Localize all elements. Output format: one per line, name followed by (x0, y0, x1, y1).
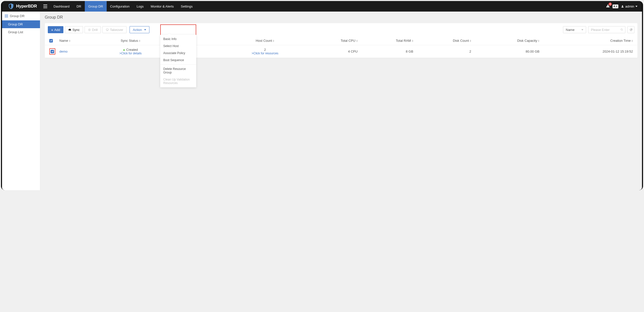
col-sync-status[interactable]: Sync Status (96, 36, 165, 45)
nav-logs[interactable]: Logs (133, 1, 147, 12)
highlight-checkbox (49, 48, 55, 55)
shield-logo-icon (8, 3, 14, 9)
brand-text: HyperBDR (16, 4, 37, 9)
checkbox-all[interactable] (49, 39, 53, 43)
plus-icon: + (51, 28, 53, 32)
col-total-cpu[interactable]: Total CPU (305, 36, 360, 45)
takeover-button: Takeover (102, 26, 127, 33)
action-cleanup: Clean Up Validation Resources (160, 76, 196, 87)
sidebar-header: Group DR (2, 12, 40, 20)
sort-icon (412, 40, 413, 42)
divider (160, 64, 196, 65)
search-icon (620, 28, 623, 31)
row-checkbox[interactable] (51, 50, 54, 53)
sort-icon (273, 40, 274, 42)
svg-point-10 (89, 29, 90, 30)
toolbar: +Add Sync Drill Takeover (45, 23, 637, 36)
sort-icon (470, 40, 471, 42)
brand-logo: HyperBDR (2, 3, 41, 9)
svg-rect-11 (106, 29, 108, 30)
filter-field-select[interactable]: Name (563, 26, 586, 33)
main-content: Group DR +Add Sync Drill (40, 12, 642, 190)
sort-icon (139, 40, 140, 42)
svg-point-0 (12, 4, 12, 5)
panel: +Add Sync Drill Takeover (45, 23, 637, 58)
svg-rect-8 (7, 16, 8, 17)
total-cpu-text: 4 CPU (305, 45, 360, 58)
username: admin (625, 5, 634, 8)
col-host-count[interactable]: Host Count (225, 36, 305, 45)
svg-rect-7 (5, 16, 6, 17)
drill-icon (88, 28, 91, 31)
action-button[interactable]: Action (130, 26, 149, 33)
total-ram-text: 8 GB (360, 45, 415, 58)
page-title: Group DR (45, 15, 637, 20)
svg-point-1 (12, 4, 12, 5)
col-checkbox (45, 36, 57, 45)
creation-time-text: 2024-01-12 15:19:52 (541, 45, 637, 58)
alerts-button[interactable]: 0 (606, 4, 610, 9)
add-button[interactable]: +Add (48, 26, 63, 33)
nav-right: 0 A文 admin (606, 4, 642, 9)
nav-items: Dashboard DR Group DR Configuration Logs… (50, 1, 196, 12)
refresh-icon (629, 28, 633, 31)
disk-capacity-text: 80.00 GB (473, 45, 542, 58)
action-associate-policy[interactable]: Associate Policy (160, 50, 196, 57)
drill-button: Drill (85, 26, 101, 33)
action-delete-group[interactable]: Delete Resource Group (160, 65, 196, 76)
action-basic-info[interactable]: Basic Info (160, 35, 196, 43)
sort-icon (69, 40, 70, 42)
svg-rect-5 (5, 15, 6, 16)
sync-status-text: Created (123, 48, 138, 52)
host-resources-link[interactable]: >Click for resources (252, 52, 278, 55)
chevron-down-icon (144, 29, 146, 30)
refresh-button[interactable] (627, 26, 634, 33)
nav-monitor-alerts[interactable]: Monitor & Alerts (147, 1, 177, 12)
cloud-icon (68, 28, 71, 31)
person-icon (621, 5, 624, 8)
sidebar-item-group-list[interactable]: Group List (2, 28, 40, 36)
search-input[interactable] (588, 26, 625, 33)
chevron-down-icon (635, 6, 637, 7)
svg-rect-6 (7, 15, 8, 16)
user-menu[interactable]: admin (621, 5, 637, 8)
sort-icon (538, 40, 539, 42)
alert-badge: 0 (609, 3, 612, 6)
status-dot-icon (123, 49, 125, 51)
svg-rect-2 (608, 5, 608, 6)
sidebar: Group DR Group DR Group List (2, 12, 40, 190)
group-table: Name Sync Status Boot Status Host Count … (45, 36, 637, 58)
action-select-host[interactable]: Select Host (160, 43, 196, 50)
chevron-down-icon (581, 29, 583, 30)
col-disk-count[interactable]: Disk Count (415, 36, 473, 45)
nav-configuration[interactable]: Configuration (107, 1, 133, 12)
table-row: demo Created >Click for details No Task (45, 45, 637, 58)
sort-icon (356, 40, 358, 42)
disk-count-text: 2 (415, 45, 473, 58)
action-boot-sequence[interactable]: Boot Sequence (160, 57, 196, 64)
menu-toggle-icon[interactable] (41, 5, 50, 8)
col-disk-capacity[interactable]: Disk Capacity (473, 36, 542, 45)
col-name[interactable]: Name (57, 36, 96, 45)
col-creation-time[interactable]: Creation Time (541, 36, 637, 45)
language-switcher[interactable]: A文 (613, 5, 618, 8)
nav-group-dr[interactable]: Group DR (85, 1, 107, 12)
sync-details-link[interactable]: >Click for details (119, 52, 142, 55)
svg-rect-3 (608, 7, 608, 7)
action-dropdown: Basic Info Select Host Associate Policy … (160, 35, 196, 87)
grid-icon (5, 14, 8, 18)
nav-dr[interactable]: DR (73, 1, 85, 12)
takeover-icon (106, 28, 109, 31)
top-nav: HyperBDR Dashboard DR Group DR Configura… (2, 1, 642, 12)
sort-icon (631, 40, 633, 42)
svg-point-12 (621, 29, 623, 30)
search-box (588, 26, 625, 33)
host-count-text: 2 (264, 48, 266, 52)
sync-button[interactable]: Sync (65, 26, 83, 33)
nav-dashboard[interactable]: Dashboard (50, 1, 73, 12)
sidebar-item-group-dr[interactable]: Group DR (2, 20, 40, 28)
nav-settings[interactable]: Settings (177, 1, 196, 12)
col-total-ram[interactable]: Total RAM (360, 36, 415, 45)
svg-point-4 (622, 5, 623, 6)
row-name-link[interactable]: demo (59, 50, 68, 53)
